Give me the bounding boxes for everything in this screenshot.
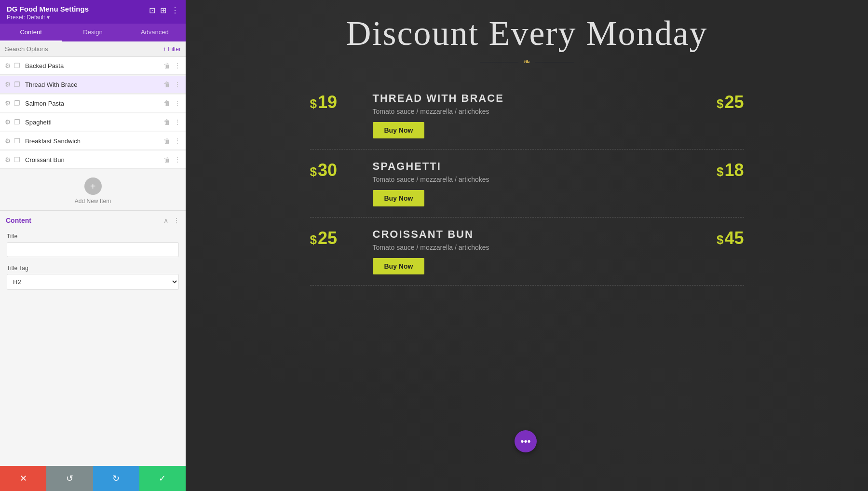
layout-icon[interactable]: ⊞ [160,6,166,15]
list-item[interactable]: ⚙ ❐ Croissant Bun 🗑 ⋮ [0,151,186,169]
title-tag-label: Title Tag [7,265,179,272]
window-icon[interactable]: ⊡ [149,6,155,15]
item-left-icons: ⚙ ❐ [5,99,20,107]
more-icon[interactable]: ⋮ [174,62,181,69]
gear-icon[interactable]: ⚙ [5,156,11,164]
tab-design[interactable]: Design [62,24,123,41]
panel-title: DG Food Menu Settings [7,5,89,13]
dollar-sign: $ [310,96,317,111]
price-right: $ 45 [701,228,744,248]
panel-preset[interactable]: Preset: Default ▾ [7,14,89,21]
price-left: $ 30 [310,160,363,180]
title-field-input[interactable] [7,242,179,257]
copy-icon[interactable]: ❐ [14,118,20,126]
filter-button[interactable]: + Filter [163,46,181,53]
item-left-icons: ⚙ ❐ [5,156,20,164]
add-new-item[interactable]: + Add New Item [0,170,186,210]
price-left: $ 19 [310,92,363,112]
gear-icon[interactable]: ⚙ [5,137,11,145]
collapse-icon[interactable]: ∧ [163,217,168,224]
menu-item-card: $ 25 CROISSANT BUN Tomato sauce / mozzar… [310,218,744,286]
copy-icon[interactable]: ❐ [14,81,20,88]
menu-item-name: CROISSANT BUN [373,228,691,241]
price-value: 25 [318,228,337,248]
item-right-icons: 🗑 ⋮ [163,99,181,107]
menu-items-list: ⚙ ❐ Backed Pasta 🗑 ⋮ ⚙ ❐ Thread With Bra… [0,57,186,170]
section-more-icon[interactable]: ⋮ [173,217,180,224]
title-tag-select[interactable]: H1 H2 H3 H4 H5 H6 p span [7,274,179,290]
item-left-icons: ⚙ ❐ [5,81,20,88]
tab-content[interactable]: Content [0,24,62,41]
add-new-label: Add New Item [75,198,111,205]
content-section-header[interactable]: Content ∧ ⋮ [0,211,186,230]
buy-now-button[interactable]: Buy Now [373,122,425,138]
divider-left [480,62,518,62]
menu-heading: Discount Every Monday [346,14,708,53]
delete-icon[interactable]: 🗑 [163,118,170,126]
menu-item-desc: Tomato sauce / mozzarella / artichokes [373,244,691,251]
more-icon[interactable]: ⋮ [174,156,181,164]
title-field-row: Title [0,230,186,262]
menu-item-name: SPAGHETTI [373,160,691,173]
save-button[interactable]: ✓ [139,466,186,491]
item-label: Croissant Bun [25,156,163,164]
menu-item-card: $ 19 THREAD WITH BRACE Tomato sauce / mo… [310,82,744,150]
redo-button[interactable]: ↻ [93,466,139,491]
menu-item-desc: Tomato sauce / mozzarella / artichokes [373,108,691,115]
price-right: $ 18 [701,160,744,180]
gear-icon[interactable]: ⚙ [5,81,11,88]
more-icon[interactable]: ⋮ [174,118,181,126]
item-right-icons: 🗑 ⋮ [163,118,181,126]
panel-tabs: Content Design Advanced [0,24,186,41]
item-right-icons: 🗑 ⋮ [163,156,181,164]
delete-icon[interactable]: 🗑 [163,156,170,164]
price-right: $ 25 [701,92,744,112]
copy-icon[interactable]: ❐ [14,99,20,107]
list-item[interactable]: ⚙ ❐ Breakfast Sandwich 🗑 ⋮ [0,132,186,150]
redo-icon: ↻ [112,473,120,484]
gear-icon[interactable]: ⚙ [5,118,11,126]
more-icon[interactable]: ⋮ [174,81,181,88]
price-value: 25 [724,92,744,112]
save-icon: ✓ [159,473,166,484]
menu-item-top: $ 30 SPAGHETTI Tomato sauce / mozzarella… [310,160,744,206]
buy-now-button[interactable]: Buy Now [373,258,425,274]
item-label: Salmon Pasta [25,100,163,107]
delete-icon[interactable]: 🗑 [163,137,170,145]
undo-button[interactable]: ↺ [46,466,93,491]
more-icon[interactable]: ⋮ [171,6,179,15]
floating-action-button[interactable]: ••• [515,430,537,452]
delete-icon[interactable]: 🗑 [163,99,170,107]
bottom-bar: ✕ ↺ ↻ ✓ [0,466,186,491]
list-item[interactable]: ⚙ ❐ Backed Pasta 🗑 ⋮ [0,57,186,75]
copy-icon[interactable]: ❐ [14,156,20,164]
list-item[interactable]: ⚙ ❐ Salmon Pasta 🗑 ⋮ [0,95,186,112]
gear-icon[interactable]: ⚙ [5,99,11,107]
dollar-sign: $ [310,164,317,179]
copy-icon[interactable]: ❐ [14,62,20,69]
tab-advanced[interactable]: Advanced [124,24,186,41]
more-icon[interactable]: ⋮ [174,99,181,107]
more-icon[interactable]: ⋮ [174,137,181,145]
item-label: Backed Pasta [25,62,163,69]
menu-divider: ❧ [480,56,574,67]
gear-icon[interactable]: ⚙ [5,62,11,69]
list-item[interactable]: ⚙ ❐ Spaghetti 🗑 ⋮ [0,113,186,131]
close-button[interactable]: ✕ [0,466,46,491]
add-new-circle-icon: + [84,177,102,195]
left-panel: DG Food Menu Settings Preset: Default ▾ … [0,0,186,491]
delete-icon[interactable]: 🗑 [163,62,170,69]
list-item[interactable]: ⚙ ❐ Thread With Brace 🗑 ⋮ [0,76,186,94]
close-icon: ✕ [20,473,27,484]
content-section-icons: ∧ ⋮ [163,217,180,224]
item-left-icons: ⚙ ❐ [5,137,20,145]
search-input[interactable] [5,45,160,53]
title-field-label: Title [7,233,179,240]
price-value: 45 [724,228,744,248]
buy-now-button[interactable]: Buy Now [373,190,425,206]
copy-icon[interactable]: ❐ [14,137,20,145]
menu-item-desc: Tomato sauce / mozzarella / artichokes [373,176,691,183]
search-row: + Filter [0,41,186,57]
delete-icon[interactable]: 🗑 [163,81,170,88]
price-value: 19 [318,92,337,112]
